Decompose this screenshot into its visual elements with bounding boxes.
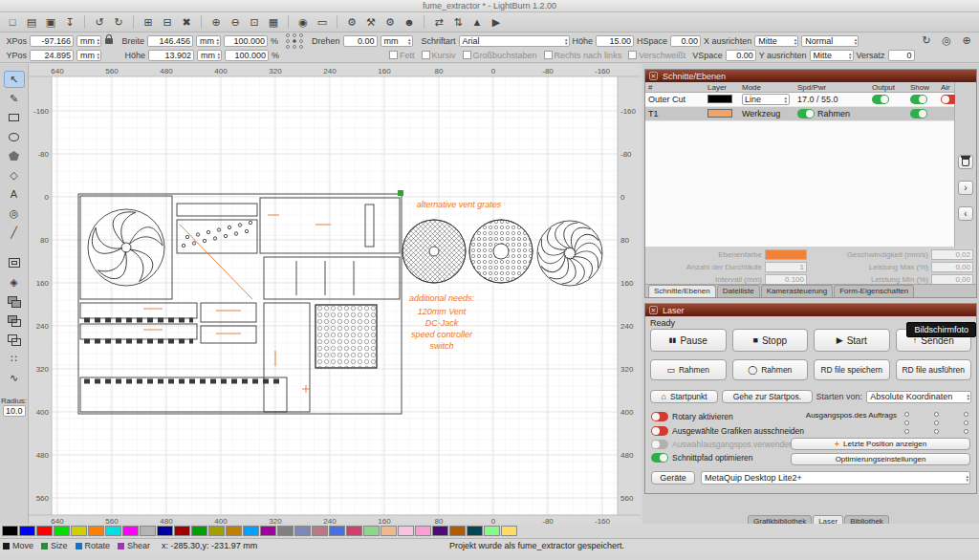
palette-color-28[interactable] — [484, 526, 500, 536]
palette-color-5[interactable] — [88, 526, 104, 536]
distribute-button[interactable]: ▶ — [488, 14, 505, 31]
run-rd-file-button[interactable]: RD file ausführen — [896, 359, 972, 380]
layer-row-outer-cut[interactable]: Outer CutLine17.0 / 55.0 — [645, 93, 954, 107]
palette-color-21[interactable] — [363, 526, 380, 536]
tool-edit-text[interactable]: A — [4, 185, 25, 203]
lock-aspect-icon[interactable] — [105, 38, 113, 44]
pause-button[interactable]: ▮▮Pause — [650, 329, 727, 352]
save-rd-file-button[interactable]: RD file speichern — [814, 359, 890, 380]
close-icon[interactable]: ✕ — [649, 72, 658, 80]
weld-mode-dropdown[interactable]: Normal — [801, 35, 859, 47]
cut-selected-toggle-row[interactable]: Ausgewählte Grafiken ausschneiden — [651, 426, 804, 436]
job-origin-radio-6[interactable] — [904, 429, 909, 434]
refresh-position-button[interactable]: ↻ — [918, 32, 935, 49]
tool-draw-lines[interactable]: ✎ — [4, 90, 25, 107]
uppercase-checkbox[interactable]: Großbuchstaben — [463, 51, 537, 60]
welded-checkbox[interactable]: Verschweißt — [628, 51, 685, 60]
height-field[interactable]: 13.902 — [148, 50, 194, 61]
width-unit-dropdown[interactable]: mm — [196, 35, 221, 47]
tool-weld-shapes[interactable]: ◈ — [4, 273, 25, 291]
rotate-field[interactable]: 0.00 — [343, 35, 378, 47]
show-last-position-button[interactable]: + Letzte Position anzeigen — [791, 438, 970, 450]
job-origin-radio-3[interactable] — [904, 420, 909, 425]
copy-button[interactable]: ⊞ — [140, 14, 157, 31]
redo-button[interactable]: ↻ — [110, 14, 127, 31]
bold-checkbox[interactable]: Fett — [389, 51, 415, 60]
device-settings-button[interactable]: ⚒ — [362, 14, 380, 31]
machine-settings-button[interactable]: ⚙ — [381, 14, 399, 31]
tab-form-eigenschaften[interactable]: Form-Eigenschaften — [834, 285, 914, 297]
optimization-settings-button[interactable]: Optimierungseinstellungen — [791, 453, 970, 465]
flyout-right-button[interactable]: › — [958, 181, 973, 195]
tool-boolean-union[interactable] — [4, 292, 25, 310]
tab-grafikbibliothek[interactable]: Grafikbibliothek — [748, 515, 812, 524]
ypos-field[interactable]: 24.895 — [30, 50, 74, 61]
rtl-checkbox[interactable]: Rechts nach links — [544, 51, 622, 60]
frame-toggle[interactable] — [797, 109, 815, 118]
home-button[interactable]: ⌂Startpunkt — [650, 390, 718, 403]
xalign-dropdown[interactable]: Mitte — [754, 35, 798, 47]
user-button[interactable]: ☻ — [401, 14, 418, 31]
import-button[interactable]: ↧ — [61, 14, 78, 31]
frame-circle-button[interactable]: ◯Rahmen — [732, 359, 809, 380]
laser-position-button[interactable]: ◎ — [938, 32, 955, 49]
save-button[interactable]: ▣ — [42, 14, 59, 31]
anchor-grid[interactable] — [286, 33, 304, 49]
job-origin-radio-1[interactable] — [934, 412, 939, 417]
palette-color-12[interactable] — [208, 526, 225, 536]
tool-polygon[interactable] — [4, 147, 25, 164]
palette-color-11[interactable] — [191, 526, 207, 536]
yalign-dropdown[interactable]: Mitte — [810, 50, 854, 61]
tool-grid-array[interactable]: ∷ — [4, 350, 25, 367]
show-toggle[interactable] — [910, 109, 927, 118]
palette-color-6[interactable] — [105, 526, 121, 536]
palette-color-27[interactable] — [467, 526, 483, 536]
use-selection-origin-row[interactable]: Auswahlausgangspos.verwenden — [651, 440, 794, 449]
palette-color-15[interactable] — [260, 526, 276, 536]
font-dropdown[interactable]: Arial — [459, 35, 570, 47]
palette-color-8[interactable] — [140, 526, 156, 536]
tool-rectangle[interactable] — [4, 109, 25, 126]
align-button[interactable]: ▲ — [468, 14, 486, 31]
layer-mode[interactable]: Line — [742, 94, 797, 105]
devices-button[interactable]: Geräte — [651, 471, 695, 485]
rotary-toggle[interactable] — [651, 412, 668, 421]
palette-color-29[interactable] — [501, 526, 517, 536]
width-scale-field[interactable]: 100.000 — [224, 35, 268, 47]
goto-start-button[interactable]: Gehe zur Startpos. — [722, 390, 812, 403]
job-origin-grid[interactable] — [904, 412, 970, 434]
palette-color-17[interactable] — [294, 526, 311, 536]
units-dropdown[interactable]: mm — [381, 35, 413, 47]
palette-color-1[interactable] — [19, 526, 35, 536]
layer-color-button[interactable] — [765, 249, 807, 260]
width-field[interactable]: 146.456 — [147, 35, 193, 47]
height-scale-field[interactable]: 100.000 — [225, 50, 269, 61]
italic-checkbox[interactable]: Kursiv — [422, 51, 456, 60]
use-selection-origin-toggle[interactable] — [651, 440, 668, 449]
new-file-button[interactable]: □ — [4, 14, 21, 31]
palette-color-7[interactable] — [122, 526, 139, 536]
rotary-toggle-row[interactable]: Rotary aktivieren — [651, 412, 733, 421]
job-origin-radio-0[interactable] — [904, 412, 909, 417]
job-origin-radio-7[interactable] — [934, 429, 939, 434]
tab-bibliothek[interactable]: Bibliothek — [844, 515, 889, 524]
output-toggle[interactable] — [872, 95, 889, 104]
palette-color-16[interactable] — [277, 526, 294, 536]
palette-color-22[interactable] — [381, 526, 397, 536]
palette-color-0[interactable] — [2, 526, 18, 536]
tool-measure[interactable]: ╱ — [4, 224, 25, 241]
dock-add-button[interactable]: ⊕ — [958, 32, 975, 49]
camera-capture-button[interactable]: ◉ — [294, 14, 312, 31]
mirror-horizontal-button[interactable]: ⇄ — [430, 14, 447, 31]
zoom-to-page-button[interactable]: ⊡ — [246, 14, 263, 31]
tool-position-laser[interactable]: ◎ — [4, 205, 25, 222]
frame-rect-button[interactable]: ▭Rahmen — [650, 359, 727, 380]
palette-color-20[interactable] — [346, 526, 362, 536]
tab-kamerasteuerung[interactable]: Kamerasteuerung — [761, 285, 834, 297]
palette-color-25[interactable] — [432, 526, 448, 536]
job-origin-radio-8[interactable] — [964, 429, 968, 434]
optimize-toggle[interactable] — [651, 453, 668, 463]
layer-color-swatch[interactable] — [707, 109, 742, 118]
offset-field[interactable]: 0 — [888, 50, 915, 61]
palette-color-23[interactable] — [398, 526, 414, 536]
